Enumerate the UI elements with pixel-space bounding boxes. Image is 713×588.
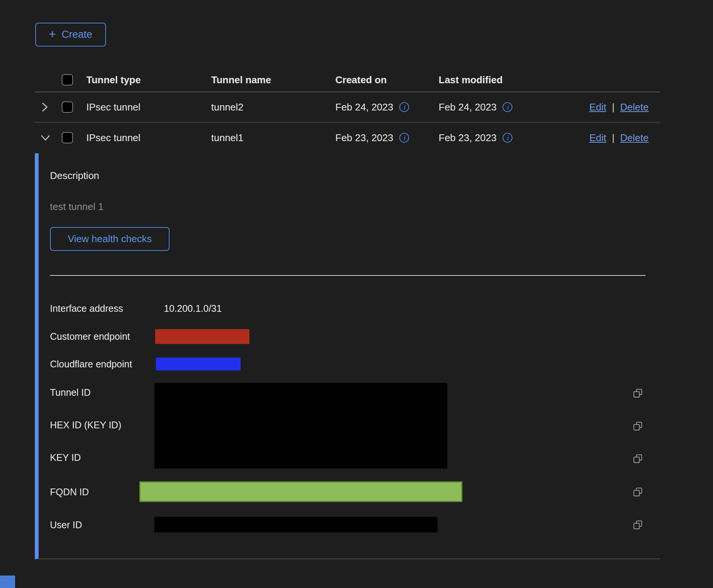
- tunnel-id-label: Tunnel ID: [50, 386, 90, 398]
- select-all-checkbox[interactable]: [62, 74, 73, 86]
- interface-address-label: Interface address: [50, 302, 155, 314]
- customer-endpoint-label: Customer endpoint: [50, 330, 155, 342]
- copy-icon[interactable]: [633, 454, 643, 464]
- user-id-redaction: [154, 517, 437, 532]
- ids-redaction: [154, 383, 447, 468]
- info-icon[interactable]: i: [399, 102, 409, 112]
- create-button-label: Create: [62, 29, 92, 40]
- key-id-label: KEY ID: [50, 451, 81, 464]
- user-id-row: User ID: [50, 517, 660, 532]
- row-checkbox[interactable]: [62, 132, 73, 143]
- tunnel-detail-panel: Description test tunnel 1 View health ch…: [35, 153, 660, 559]
- delete-link[interactable]: Delete: [620, 132, 649, 144]
- copy-icon[interactable]: [633, 520, 643, 530]
- info-icon[interactable]: i: [503, 133, 512, 143]
- edit-link[interactable]: Edit: [589, 132, 606, 144]
- description-label: Description: [50, 170, 660, 182]
- actions-separator: |: [612, 132, 615, 144]
- tunnel-table: Tunnel type Tunnel name Created on Last …: [35, 68, 660, 153]
- tunnel-type-cell: IPsec tunnel: [86, 101, 211, 113]
- table-row: IPsec tunnel tunnel1 Feb 23, 2023 i Feb …: [35, 123, 660, 153]
- create-button[interactable]: + Create: [35, 23, 106, 47]
- actions-separator: |: [612, 101, 615, 113]
- info-icon[interactable]: i: [399, 133, 409, 143]
- last-modified-cell: Feb 24, 2023: [439, 101, 497, 113]
- edit-link[interactable]: Edit: [589, 101, 606, 113]
- hex-id-label: HEX ID (KEY ID): [50, 419, 121, 431]
- chevron-right-icon[interactable]: [40, 102, 49, 112]
- panel-divider: [50, 275, 646, 276]
- table-row: IPsec tunnel tunnel2 Feb 24, 2023 i Feb …: [35, 92, 660, 123]
- tunnel-type-cell: IPsec tunnel: [86, 132, 211, 144]
- last-modified-cell: Feb 23, 2023: [439, 132, 497, 144]
- fqdn-id-redaction: [139, 481, 462, 502]
- view-health-checks-button[interactable]: View health checks: [50, 227, 170, 251]
- tunnel-name-cell: tunnel2: [211, 101, 335, 113]
- copy-icon[interactable]: [633, 388, 643, 398]
- customer-endpoint-redaction: [155, 329, 249, 344]
- interface-address-row: Interface address 10.200.1.0/31: [50, 301, 660, 316]
- cloudflare-endpoint-label: Cloudflare endpoint: [50, 358, 155, 370]
- cut-off-blue-element: [0, 576, 15, 588]
- user-id-label: User ID: [50, 519, 155, 531]
- cloudflare-endpoint-row: Cloudflare endpoint: [50, 356, 660, 372]
- copy-icon[interactable]: [633, 487, 643, 497]
- header-tunnel-type: Tunnel type: [86, 74, 211, 86]
- row-checkbox[interactable]: [62, 101, 73, 113]
- tunnel-name-cell: tunnel1: [211, 132, 335, 144]
- info-icon[interactable]: i: [503, 102, 512, 112]
- header-created-on: Created on: [335, 74, 439, 86]
- tunnel-ids-group: Tunnel ID HEX ID (KEY ID) KEY ID: [50, 383, 660, 468]
- plus-icon: +: [49, 28, 56, 40]
- delete-link[interactable]: Delete: [620, 101, 649, 113]
- header-tunnel-name: Tunnel name: [211, 74, 335, 86]
- table-header-row: Tunnel type Tunnel name Created on Last …: [35, 68, 660, 92]
- created-on-cell: Feb 23, 2023: [335, 132, 393, 144]
- copy-icon[interactable]: [633, 421, 643, 431]
- interface-address-value: 10.200.1.0/31: [155, 303, 222, 314]
- description-value: test tunnel 1: [50, 201, 660, 213]
- fqdn-id-row: FQDN ID: [50, 481, 660, 502]
- chevron-down-icon[interactable]: [40, 133, 51, 142]
- cloudflare-endpoint-redaction: [156, 358, 241, 370]
- customer-endpoint-row: Customer endpoint: [50, 329, 660, 344]
- header-last-modified: Last modified: [439, 74, 545, 86]
- created-on-cell: Feb 24, 2023: [335, 101, 393, 113]
